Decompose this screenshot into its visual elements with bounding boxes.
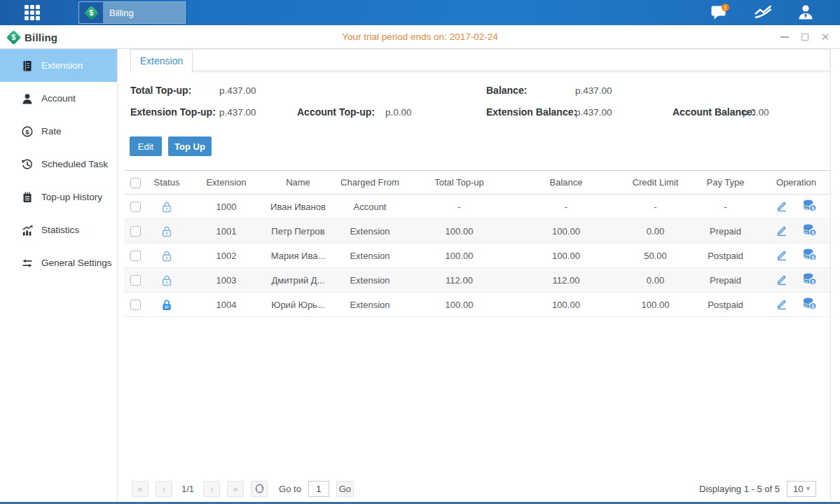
extension-balance-label: Extension Balance:	[486, 106, 577, 118]
page-indicator: 1/1	[181, 484, 194, 494]
status-lock-icon	[161, 274, 172, 284]
sidebar-item-label: Extension	[41, 60, 83, 71]
row-checkbox[interactable]	[130, 300, 141, 310]
col-name: Name	[265, 171, 331, 195]
person-icon	[21, 92, 34, 105]
cell-balance: 100.00	[510, 244, 622, 268]
col-charged-from: Charged From	[331, 171, 408, 195]
edit-icon[interactable]	[776, 248, 788, 263]
edit-icon[interactable]	[776, 273, 788, 288]
app-tab-billing[interactable]: $ Billing	[78, 1, 186, 24]
sidebar-item-label: Account	[41, 93, 76, 104]
edit-icon[interactable]	[776, 200, 788, 214]
cell-charged-from: Extension	[331, 268, 408, 293]
main-panel: Extension Total Top-up: p.437.00 Balance…	[118, 49, 840, 502]
row-checkbox[interactable]	[130, 251, 141, 261]
account-balance-value: p.0.00	[743, 107, 769, 118]
extensions-table: Status Extension Name Charged From Total…	[125, 170, 830, 317]
pagination-toolbar: « ‹ 1/1 › » Go to Go	[132, 480, 354, 497]
cell-charged-from: Extension	[331, 244, 408, 268]
cell-charged-from: Extension	[331, 219, 408, 244]
cell-name: Петр Петров	[265, 219, 331, 244]
cell-extension: 1004	[188, 293, 265, 317]
billing-diamond-icon: $	[79, 2, 103, 23]
topup-coins-icon[interactable]: $	[802, 297, 817, 312]
topup-coins-icon[interactable]: $	[802, 248, 817, 263]
sidebar-item-topup-history[interactable]: Top-up History	[0, 181, 117, 214]
notifications-chat-icon[interactable]: !	[711, 4, 730, 22]
topup-coins-icon[interactable]: $	[802, 272, 817, 288]
minimize-button[interactable]	[780, 32, 790, 42]
sidebar-item-label: Scheduled Task	[41, 159, 108, 169]
cell-pay-type: Postpaid	[689, 244, 762, 268]
account-topup-value: p.0.00	[385, 107, 412, 118]
cell-pay-type: Postpaid	[689, 293, 762, 317]
statistics-chart-icon[interactable]	[754, 4, 773, 21]
sidebar-item-general-settings[interactable]: General Settings	[0, 246, 117, 279]
cell-credit-limit: 0.00	[622, 219, 689, 244]
table-row: 1000 Иван Иванов Account - - - - $	[125, 195, 830, 219]
cell-extension: 1003	[188, 268, 265, 293]
page-size-value: 10	[793, 484, 803, 494]
cell-credit-limit: -	[622, 195, 689, 219]
extension-topup-value: p.437.00	[219, 107, 256, 118]
user-account-icon[interactable]	[797, 4, 815, 22]
trial-notice: Your trial period ends on: 2017-02-24	[0, 25, 840, 49]
sidebar-item-statistics[interactable]: Statistics	[0, 214, 117, 246]
last-page-button[interactable]: »	[227, 481, 244, 497]
edit-button[interactable]: Edit	[130, 136, 162, 156]
status-lock-icon	[161, 200, 172, 211]
extension-balance-value: p.437.00	[575, 107, 612, 118]
close-button[interactable]: ✕	[820, 32, 830, 42]
cell-total-topup: -	[408, 195, 510, 219]
col-status: Status	[146, 171, 188, 195]
topup-coins-icon[interactable]: $	[802, 223, 817, 239]
maximize-button[interactable]	[800, 32, 810, 42]
cell-total-topup: 100.00	[408, 293, 510, 317]
cell-total-topup: 112.00	[408, 268, 510, 293]
balance-value: p.437.00	[575, 85, 612, 96]
col-balance: Balance	[510, 171, 622, 195]
cell-name: Юрий Юрь...	[265, 293, 331, 317]
sidebar-item-scheduled-task[interactable]: Scheduled Task	[0, 148, 117, 181]
edit-icon[interactable]	[776, 298, 788, 312]
status-lock-icon	[161, 249, 172, 260]
row-checkbox[interactable]	[130, 226, 141, 237]
sidebar-item-account[interactable]: Account	[0, 82, 117, 115]
cell-charged-from: Account	[331, 195, 408, 219]
first-page-button[interactable]: «	[132, 481, 149, 497]
select-all-checkbox[interactable]	[130, 178, 141, 188]
panel-right-border	[830, 49, 831, 500]
cell-name: Мария Ива...	[265, 244, 331, 268]
cell-credit-limit: 50.00	[622, 244, 689, 268]
sidebar-item-label: General Settings	[41, 258, 112, 268]
refresh-button[interactable]	[251, 481, 268, 497]
cell-balance: 100.00	[510, 293, 622, 317]
cell-balance: -	[510, 195, 622, 219]
col-pay-type: Pay Type	[689, 171, 762, 195]
page-size-select[interactable]: 10 ▼	[787, 481, 816, 497]
row-checkbox[interactable]	[130, 202, 141, 212]
goto-page-input[interactable]	[308, 481, 329, 497]
top-app-bar: $ Billing !	[0, 0, 840, 25]
sidebar-item-extension[interactable]: Extension	[0, 49, 117, 82]
status-lock-icon	[161, 298, 172, 309]
top-up-button[interactable]: Top Up	[168, 136, 212, 156]
table-row: 1004 Юрий Юрь... Extension 100.00 100.00…	[125, 293, 830, 317]
cell-charged-from: Extension	[331, 293, 408, 317]
cell-balance: 100.00	[510, 219, 622, 244]
topup-coins-icon[interactable]: $	[802, 199, 817, 214]
cell-total-topup: 100.00	[408, 244, 510, 268]
go-button[interactable]: Go	[336, 481, 354, 497]
chevron-down-icon: ▼	[805, 485, 811, 492]
tab-extension[interactable]: Extension	[130, 49, 193, 72]
sidebar-item-rate[interactable]: $ Rate	[0, 115, 117, 148]
edit-icon[interactable]	[776, 224, 788, 239]
tab-strip: Extension	[130, 49, 830, 72]
prev-page-button[interactable]: ‹	[156, 481, 172, 497]
row-checkbox[interactable]	[130, 275, 141, 286]
cell-credit-limit: 0.00	[622, 268, 689, 293]
balance-label: Balance:	[486, 85, 527, 96]
next-page-button[interactable]: ›	[203, 481, 220, 497]
apps-grid-icon[interactable]	[25, 5, 48, 20]
